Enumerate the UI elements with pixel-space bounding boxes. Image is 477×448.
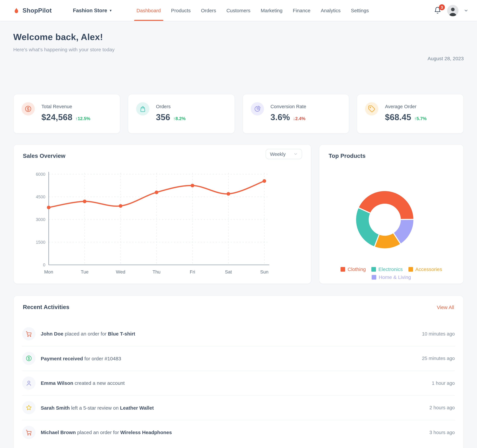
svg-text:3000: 3000 <box>36 217 45 222</box>
activity-icon-circle <box>22 401 36 414</box>
top-products-donut-chart <box>319 145 464 284</box>
nav-item-finance[interactable]: Finance <box>288 0 316 21</box>
activity-text: Sarah Smith left a 5-star review on Leat… <box>41 405 154 411</box>
svg-text:0: 0 <box>43 262 45 267</box>
sales-overview-card: 01500300045006000MonTueWedThuFriSatSun S… <box>13 144 311 284</box>
stat-card-average-order: Average Order$68.45↑5.7% <box>357 94 464 134</box>
nav-item-analytics[interactable]: Analytics <box>316 0 346 21</box>
activity-text: Payment received for order #10483 <box>41 356 121 361</box>
pie-chart-icon <box>254 105 261 112</box>
sales-line-chart: 01500300045006000MonTueWedThuFriSatSun <box>14 145 312 284</box>
profile-chevron-down-icon[interactable] <box>464 8 468 13</box>
page-subtitle: Here's what's happening with your store … <box>13 47 464 52</box>
user-icon <box>25 380 32 386</box>
brand-logo[interactable]: ShopPilot <box>13 6 52 14</box>
top-products-card: Top Products ClothingElectronicsAccessor… <box>319 144 464 284</box>
activity-time: 10 minutes ago <box>422 331 455 337</box>
stat-delta: ↑5.7% <box>414 116 427 121</box>
caret-down-icon: ▾ <box>110 9 112 12</box>
stat-cards-row: Total Revenue$24,568↑12.5%Orders356↑8.2%… <box>13 94 464 134</box>
svg-text:6000: 6000 <box>36 172 45 177</box>
star-icon <box>25 404 32 411</box>
stat-value: $68.45 <box>385 112 411 122</box>
svg-text:Fri: Fri <box>190 269 195 274</box>
avatar-image <box>447 5 459 16</box>
stat-icon-circle <box>136 102 149 116</box>
legend-swatch <box>372 275 376 279</box>
stat-card-conversion-rate: Conversion Rate3.6%↓2.4% <box>242 94 349 134</box>
legend-swatch <box>371 267 376 272</box>
legend-swatch <box>341 267 345 272</box>
stat-label: Average Order <box>385 104 417 109</box>
legend-label: Clothing <box>348 266 366 272</box>
activity-icon-circle <box>22 327 36 340</box>
main-nav: DashboardProductsOrdersCustomersMarketin… <box>131 0 374 21</box>
page-content: Welcome back, Alex! Here's what's happen… <box>0 21 477 448</box>
donut-slice-electronics <box>356 208 379 247</box>
stat-label: Conversion Rate <box>270 104 306 109</box>
view-all-link[interactable]: View All <box>437 304 454 310</box>
flame-icon <box>13 6 19 14</box>
svg-text:4500: 4500 <box>36 194 45 199</box>
recent-activities-card: Recent Activities View All John Doe plac… <box>13 296 464 448</box>
activity-icon-circle <box>22 352 36 365</box>
legend-item-accessories: Accessories <box>408 266 442 272</box>
nav-item-settings[interactable]: Settings <box>346 0 374 21</box>
page-title: Welcome back, Alex! <box>13 32 464 42</box>
svg-text:Sat: Sat <box>225 269 232 274</box>
period-selector-value: Weekly <box>270 151 286 157</box>
current-date: August 28, 2023 <box>428 56 464 61</box>
activity-row: John Doe placed an order for Blue T-shir… <box>22 322 455 346</box>
activity-text: Emma Wilson created a new account <box>41 380 125 386</box>
stat-label: Total Revenue <box>42 104 72 109</box>
nav-item-marketing[interactable]: Marketing <box>256 0 288 21</box>
legend-item-home-living: Home & Living <box>372 274 411 280</box>
stat-card-orders: Orders356↑8.2% <box>128 94 235 134</box>
stat-delta: ↑12.5% <box>75 116 90 121</box>
activity-list: John Doe placed an order for Blue T-shir… <box>14 322 463 445</box>
activity-icon-circle <box>22 377 36 390</box>
stat-value: $24,568 <box>42 112 72 122</box>
stat-label: Orders <box>156 104 171 109</box>
dashboard-page: ShopPilot Fashion Store ▾ DashboardProdu… <box>0 0 477 448</box>
stat-value: 3.6% <box>270 112 290 122</box>
nav-item-orders[interactable]: Orders <box>196 0 221 21</box>
nav-item-dashboard[interactable]: Dashboard <box>131 0 166 21</box>
stat-delta: ↑8.2% <box>173 116 186 121</box>
store-selector[interactable]: Fashion Store ▾ <box>73 7 112 13</box>
dollar-coin-icon <box>24 105 32 112</box>
sales-overview-title: Sales Overview <box>23 152 66 159</box>
activity-text: Michael Brown placed an order for Wirele… <box>41 430 172 435</box>
period-selector-dropdown[interactable]: Weekly <box>266 149 302 159</box>
stat-delta: ↓2.4% <box>293 116 305 121</box>
activity-time: 1 hour ago <box>432 380 455 386</box>
stat-icon-circle <box>22 102 35 116</box>
nav-item-products[interactable]: Products <box>166 0 196 21</box>
legend-label: Electronics <box>378 266 403 272</box>
svg-text:Mon: Mon <box>44 269 53 274</box>
top-navigation-bar: ShopPilot Fashion Store ▾ DashboardProdu… <box>0 0 477 21</box>
activity-time: 3 hours ago <box>429 430 455 435</box>
store-selector-label: Fashion Store <box>73 7 107 13</box>
activity-row: Sarah Smith left a 5-star review on Leat… <box>22 395 455 420</box>
svg-text:1500: 1500 <box>36 240 45 245</box>
notifications-button[interactable]: 3 <box>434 6 442 14</box>
activity-icon-circle <box>22 426 36 439</box>
user-avatar[interactable] <box>447 5 459 16</box>
notification-badge: 3 <box>439 4 445 10</box>
recent-activities-title: Recent Activities <box>23 304 69 311</box>
stat-card-total-revenue: Total Revenue$24,568↑12.5% <box>13 94 120 134</box>
legend-label: Home & Living <box>379 274 411 280</box>
legend-label: Accessories <box>415 266 442 272</box>
stat-icon-circle <box>250 102 264 116</box>
activity-row: Michael Brown placed an order for Wirele… <box>22 420 455 445</box>
svg-text:Sun: Sun <box>260 269 268 274</box>
nav-item-customers[interactable]: Customers <box>221 0 256 21</box>
shopping-bag-icon <box>139 105 146 112</box>
activity-row: Emma Wilson created a new account1 hour … <box>22 371 455 395</box>
svg-text:Tue: Tue <box>81 269 89 274</box>
svg-text:Wed: Wed <box>116 269 125 274</box>
dollar-circle-icon <box>25 355 32 362</box>
activity-time: 2 hours ago <box>429 405 455 410</box>
tag-icon <box>368 105 376 112</box>
